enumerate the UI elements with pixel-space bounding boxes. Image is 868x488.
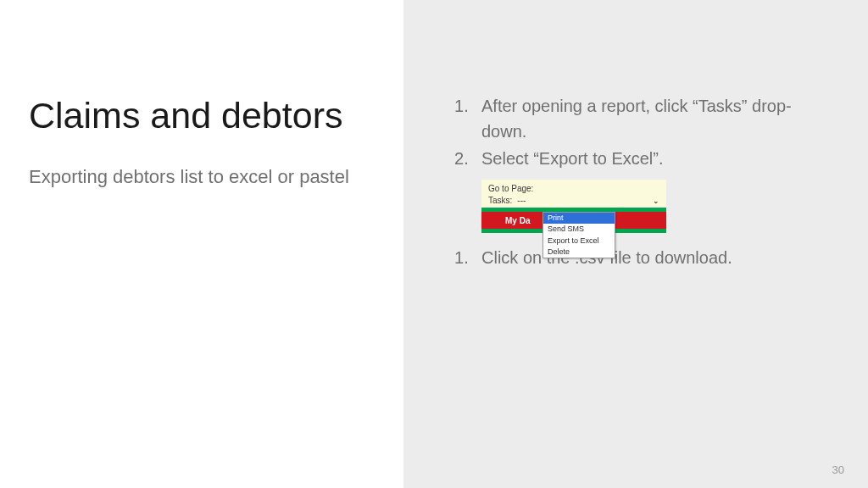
tasks-dropdown: Print Send SMS Export to Excel Delete [542,212,615,258]
slide-subtitle: Exporting debtors list to excel or paste… [29,164,370,190]
dropdown-option-send-sms[interactable]: Send SMS [543,224,615,235]
dropdown-option-delete[interactable]: Delete [543,247,615,258]
my-dashboard-label: My Da [481,216,530,225]
right-panel: After opening a report, click “Tasks” dr… [403,0,868,488]
go-to-page-label: Go to Page: [488,184,659,193]
tasks-select-value[interactable]: --- [517,196,526,205]
slide-title: Claims and debtors [29,93,370,139]
left-panel: Claims and debtors Exporting debtors lis… [0,0,403,488]
instruction-list-2: Click on the .csv file to download. [454,245,834,270]
page-number: 30 [832,463,844,476]
instruction-step: Click on the .csv file to download. [454,245,834,270]
instruction-step: After opening a report, click “Tasks” dr… [454,93,834,144]
embedded-wrap: Go to Page: Tasks: --- ⌄ Print Send SMS … [481,180,666,233]
chevron-down-icon[interactable]: ⌄ [653,197,659,205]
embedded-header: Go to Page: Tasks: --- ⌄ [481,180,666,208]
embedded-app-screenshot: Go to Page: Tasks: --- ⌄ Print Send SMS … [481,180,666,233]
tasks-row: Tasks: --- ⌄ [488,196,659,205]
instruction-list-1: After opening a report, click “Tasks” dr… [454,93,834,171]
dropdown-option-export-excel[interactable]: Export to Excel [543,236,615,247]
dropdown-option-print[interactable]: Print [543,213,615,224]
instruction-step: Select “Export to Excel”. [454,146,834,171]
tasks-label: Tasks: [488,196,512,205]
